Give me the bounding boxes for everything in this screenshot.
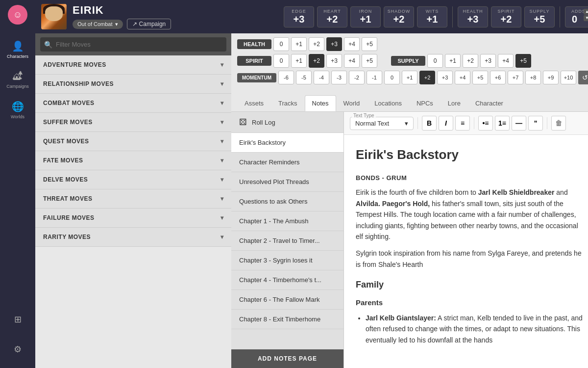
parent1-item: Jarl Kelb Giantslayer: A strict man, Kel… (366, 313, 586, 345)
stat-shadow: SHADOW +2 (384, 6, 414, 27)
note-item-ch3[interactable]: Chapter 3 - Sygrin loses it (231, 251, 343, 270)
tab-character[interactable]: Character (468, 95, 511, 111)
sidebar-item-worlds[interactable]: 🌐 Worlds (0, 95, 35, 125)
tab-assets[interactable]: Assets (237, 95, 271, 111)
spirit-cell-4[interactable]: +4 (344, 54, 360, 68)
spirit-cell-1[interactable]: +1 (291, 54, 307, 68)
align-button[interactable]: ≡ (455, 116, 470, 131)
move-category-relationship[interactable]: RELATIONSHIP MOVES ▾ (35, 75, 231, 94)
supply-cell-3[interactable]: +3 (480, 54, 496, 68)
sidebar-settings-btn[interactable]: ⚙ (0, 338, 35, 361)
tab-npcs[interactable]: NPCs (409, 95, 441, 111)
move-category-fate[interactable]: FATE MOVES ▾ (35, 151, 231, 170)
stat-iron: IRON +1 (350, 6, 381, 27)
health-track-label[interactable]: HEALTH (237, 39, 271, 49)
momentum-cell-m4[interactable]: -4 (314, 71, 329, 84)
supply-cell-4[interactable]: +4 (498, 54, 514, 68)
momentum-cell-m1[interactable]: -1 (367, 71, 382, 84)
momentum-cell-1[interactable]: +1 (402, 71, 417, 84)
move-category-suffer[interactable]: SUFFER MOVES ▾ (35, 113, 231, 132)
momentum-track-label[interactable]: MOMENTUM (237, 73, 276, 82)
editor-content[interactable]: Eirik's Backstory BONDS - GRUM Eirik is … (344, 135, 588, 368)
supply-cell-2[interactable]: +2 (463, 54, 478, 68)
move-category-quest[interactable]: QUEST MOVES ▾ (35, 132, 231, 151)
quote-button[interactable]: " (528, 116, 543, 131)
note-item-ch6[interactable]: Chapter 6 - The Fallow Mark (231, 290, 343, 310)
spirit-cell-3[interactable]: +3 (326, 54, 342, 68)
supply-cell-1[interactable]: +1 (445, 54, 461, 68)
adds-increment[interactable]: ▲ (584, 9, 588, 15)
move-category-combat[interactable]: COMBAT MOVES ▾ (35, 94, 231, 113)
adds-decrement[interactable]: ▼ (584, 15, 588, 21)
text-type-select[interactable]: Normal Text ▾ (350, 117, 414, 130)
stat-supply: SUPPLY +5 (524, 6, 555, 27)
sidebar-grid-btn[interactable]: ⊞ (0, 308, 35, 331)
tab-world[interactable]: World (336, 95, 368, 111)
momentum-cell-2[interactable]: +2 (419, 71, 435, 84)
momentum-cell-6[interactable]: +6 (490, 71, 506, 84)
supply-track-label[interactable]: SUPPLY (391, 56, 425, 66)
momentum-cell-m3[interactable]: -3 (331, 71, 347, 84)
delete-button[interactable]: 🗑 (551, 116, 566, 131)
momentum-cell-m5[interactable]: -5 (296, 71, 312, 84)
bullet-list-button[interactable]: •≡ (478, 116, 493, 131)
momentum-cell-10[interactable]: +10 (561, 71, 576, 84)
momentum-cell-4[interactable]: +4 (455, 71, 470, 84)
momentum-reset-btn[interactable]: ↺ (578, 71, 588, 84)
momentum-cell-3[interactable]: +3 (437, 71, 453, 84)
momentum-cell-7[interactable]: +7 (508, 71, 523, 84)
momentum-cell-9[interactable]: +9 (543, 71, 559, 84)
tab-lore[interactable]: Lore (441, 95, 468, 111)
tab-tracks[interactable]: Tracks (271, 95, 305, 111)
numbered-list-button[interactable]: 1≡ (495, 116, 510, 131)
spirit-cell-5[interactable]: +5 (362, 54, 377, 68)
tab-notes[interactable]: Notes (305, 95, 336, 111)
chevron-icon: ▾ (220, 138, 224, 145)
health-cell-5[interactable]: +5 (362, 37, 377, 51)
note-item-ch8[interactable]: Chapter 8 - Exit Timberhome (231, 310, 343, 329)
spirit-cell-2[interactable]: +2 (309, 54, 324, 68)
health-cell-2[interactable]: +2 (309, 37, 324, 51)
move-category-rarity[interactable]: RARITY MOVES ▾ (35, 228, 231, 247)
spirit-cell-0[interactable]: 0 (273, 54, 289, 68)
tab-locations[interactable]: Locations (367, 95, 409, 111)
health-cell-0[interactable]: 0 (273, 37, 289, 51)
health-cell-1[interactable]: +1 (291, 37, 307, 51)
supply-cell-0[interactable]: 0 (427, 54, 443, 68)
momentum-cell-m6[interactable]: -6 (278, 71, 294, 84)
supply-cell-5[interactable]: +5 (515, 54, 531, 68)
app-logo[interactable]: ☺ (8, 5, 27, 25)
italic-button[interactable]: I (439, 116, 453, 131)
search-input[interactable] (40, 37, 226, 52)
sidebar-item-campaigns[interactable]: 🏕 Campaigns (0, 65, 35, 95)
bold-button[interactable]: B (422, 116, 437, 131)
move-category-failure[interactable]: FAILURE MOVES ▾ (35, 209, 231, 228)
add-notes-button[interactable]: ADD NOTES PAGE (231, 349, 343, 368)
note-item-ch1[interactable]: Chapter 1 - The Ambush (231, 211, 343, 231)
note-item-ch2[interactable]: Chapter 2 - Travel to Timer... (231, 231, 343, 251)
momentum-cell-5[interactable]: +5 (472, 71, 488, 84)
move-category-delve[interactable]: DELVE MOVES ▾ (35, 170, 231, 189)
spirit-track-label[interactable]: SPIRIT (237, 56, 271, 66)
toolbar-separator-3 (547, 117, 547, 129)
grid-icon: ⊞ (14, 314, 22, 325)
note-item-backstory[interactable]: Eirik's Backstory (231, 133, 343, 153)
moves-panel: 🔍 ADVENTURE MOVES ▾ RELATIONSHIP MOVES ▾… (35, 33, 231, 368)
move-category-adventure[interactable]: ADVENTURE MOVES ▾ (35, 55, 231, 75)
divider-button[interactable]: — (512, 116, 526, 131)
move-category-threat[interactable]: THREAT MOVES ▾ (35, 189, 231, 209)
sidebar-item-characters[interactable]: 👤 Characters (0, 34, 35, 65)
momentum-cell-8[interactable]: +8 (525, 71, 541, 84)
momentum-cell-m2[interactable]: -2 (349, 71, 365, 84)
health-cell-4[interactable]: +4 (344, 37, 360, 51)
note-item-reminders[interactable]: Character Reminders (231, 153, 343, 172)
note-item-questions[interactable]: Questions to ask Others (231, 192, 343, 211)
note-item-ch4[interactable]: Chapter 4 - Timberhome's t... (231, 270, 343, 290)
combat-status-badge[interactable]: Out of Combat ▾ (73, 20, 123, 29)
roll-log-item[interactable]: ⚄ Roll Log (231, 112, 343, 133)
health-cell-3[interactable]: +3 (326, 37, 342, 51)
note-item-plot-threads[interactable]: Unresolved Plot Threads (231, 172, 343, 192)
campaign-button[interactable]: ↗ Campaign (127, 19, 172, 29)
characters-icon: 👤 (12, 40, 24, 52)
momentum-cell-0[interactable]: 0 (384, 71, 400, 84)
